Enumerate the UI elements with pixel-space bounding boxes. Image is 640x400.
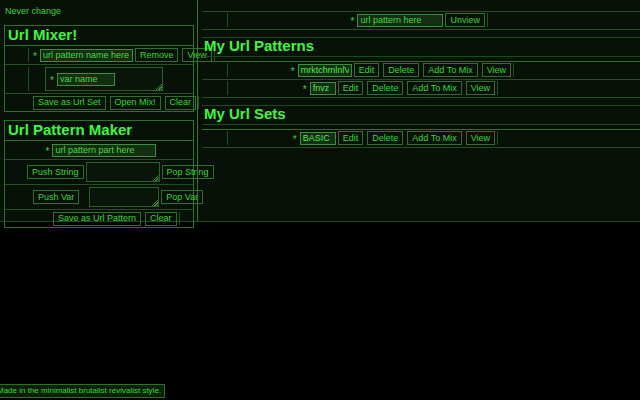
right-panel: * Unview My Url Patterns * Edit Delete A… [197,0,640,221]
cell-spacer [202,81,228,95]
var-name-row: * [5,65,193,94]
cell-spacer [202,131,228,145]
save-url-set-button[interactable]: Save as Url Set [33,96,106,110]
open-mix-button[interactable]: Open Mix! [110,96,161,110]
cell-spacer [202,63,228,77]
view-button[interactable]: View [482,63,511,77]
maker-actions-row: Save as Url Pattern Clear [5,210,193,227]
resize-grip[interactable] [155,83,162,90]
edit-button[interactable]: Edit [338,81,364,95]
url-pattern-name-input[interactable] [40,49,133,62]
var-stack-textarea[interactable] [89,187,159,207]
row-divider [179,212,180,225]
cell-spacer [7,48,29,62]
resize-grip[interactable] [151,199,158,206]
add-to-mix-button[interactable]: Add To Mix [423,63,477,77]
my-url-patterns-title: My Url Patterns [202,37,640,57]
clear-maker-button[interactable]: Clear [145,212,177,226]
var-textarea[interactable]: * [45,67,163,91]
remove-button[interactable]: Remove [135,48,179,62]
edit-button[interactable]: Edit [338,131,364,145]
delete-button[interactable]: Delete [367,131,403,145]
bullet-icon: * [351,17,355,27]
pattern-part-row: * [5,141,193,160]
pattern-list: * Edit Delete Add To Mix View * Edit Del… [202,61,640,98]
pattern-name-row: * Remove View [5,46,193,65]
push-string-button[interactable]: Push String [27,165,84,179]
url-mixer-title: Url Mixer! [4,25,194,46]
main-content: Never change Url Mixer! * Remove View * [0,0,640,222]
edit-button[interactable]: Edit [354,63,380,77]
row-divider [513,63,514,77]
row-divider [497,81,498,95]
bullet-icon: * [291,67,295,77]
url-mixer-panel: * Remove View * Save as Url Set Open Mix… [4,46,194,112]
add-to-mix-button[interactable]: Add To Mix [407,131,461,145]
footer-note: Made in the minimalist brutalist revival… [0,384,165,398]
push-string-row: Push String Pop String [5,160,193,185]
pattern-viewer-row: * Unview [202,11,640,30]
bullet-icon: * [293,135,297,145]
resize-grip[interactable] [152,174,159,181]
bullet-icon: * [50,76,54,86]
push-var-button[interactable]: Push Var [33,190,79,204]
row-divider [487,13,488,27]
url-pattern-maker-title: Url Pattern Maker [4,120,194,141]
pattern-row: * Edit Delete Add To Mix View [202,80,640,98]
pattern-name-field[interactable] [310,82,336,95]
top-note: Never change [5,6,194,16]
delete-button[interactable]: Delete [383,63,419,77]
left-panel: Never change Url Mixer! * Remove View * [0,0,197,221]
url-pattern-part-input[interactable] [52,144,156,157]
mixer-actions-row: Save as Url Set Open Mix! Clear [5,94,193,111]
set-row: * Edit Delete Add To Mix View [202,130,640,148]
bullet-icon: * [33,52,37,62]
my-url-sets-title: My Url Sets [202,105,640,125]
view-button[interactable]: View [466,131,495,145]
set-list: * Edit Delete Add To Mix View [202,129,640,148]
bullet-icon: * [303,85,307,95]
string-stack-textarea[interactable] [86,162,160,182]
view-button[interactable]: View [466,81,495,95]
cell-spacer [7,67,29,91]
url-pattern-maker-panel: * Push String Pop String Push Var Pop Va… [4,141,194,228]
unview-button[interactable]: Unview [445,13,485,27]
delete-button[interactable]: Delete [367,81,403,95]
add-to-mix-button[interactable]: Add To Mix [407,81,461,95]
bullet-icon: * [46,147,50,157]
pattern-row: * Edit Delete Add To Mix View [202,62,640,80]
url-pattern-input[interactable] [357,14,443,27]
row-divider [497,131,498,145]
set-name-field[interactable] [300,132,336,145]
cell-spacer [202,13,228,27]
clear-mixer-button[interactable]: Clear [165,96,197,110]
pattern-name-field[interactable] [298,64,352,77]
save-url-pattern-button[interactable]: Save as Url Pattern [53,212,141,226]
push-var-row: Push Var Pop Var [5,185,193,210]
var-name-input[interactable] [57,73,115,86]
